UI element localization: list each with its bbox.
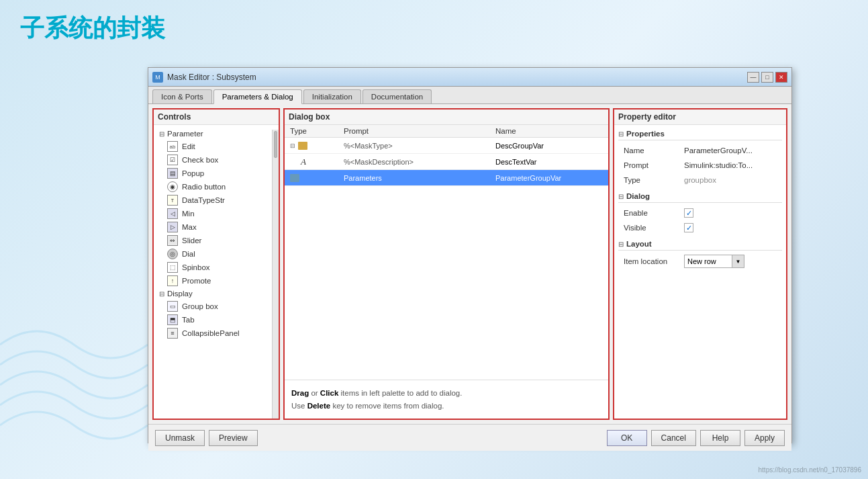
main-content: Controls ⊟ Parameter ab Edit ☑ Check box — [148, 104, 791, 424]
table-row-selected[interactable]: Parameters ParameterGroupVar — [285, 170, 608, 186]
control-promote-label: Promote — [182, 277, 211, 285]
control-slider[interactable]: ⇔ Slider — [154, 234, 279, 247]
control-tab-label: Tab — [182, 316, 195, 324]
enable-checkbox[interactable]: ✓ — [684, 208, 693, 218]
close-button[interactable]: ✕ — [775, 72, 787, 83]
dialog-box-panel: Dialog box Type Prompt Name ⊟ %<MaskType… — [283, 108, 610, 420]
folder-icon — [298, 142, 307, 150]
ok-button[interactable]: OK — [607, 430, 647, 446]
cancel-button[interactable]: Cancel — [651, 430, 696, 446]
visible-checkbox[interactable]: ✓ — [684, 223, 693, 232]
parameter-section-header: ⊟ Parameter — [154, 128, 279, 140]
control-popup[interactable]: ▤ Popup — [154, 167, 279, 180]
prop-type-row: Type groupbox — [618, 173, 782, 187]
unmask-button[interactable]: Unmask — [155, 430, 205, 446]
edit-icon: ab — [167, 141, 178, 152]
prop-prompt-value: Simulink:studio:To... — [684, 161, 782, 169]
control-groupbox[interactable]: ▭ Group box — [154, 300, 279, 313]
mask-editor-dialog: M Mask Editor : Subsystem — □ ✕ Icon & P… — [148, 67, 792, 443]
prop-type-label: Type — [624, 176, 684, 184]
controls-panel: Controls ⊟ Parameter ab Edit ☑ Check box — [152, 108, 280, 420]
prop-visible-row: Visible ✓ — [618, 220, 782, 235]
layout-collapse-icon[interactable]: ⊟ — [618, 241, 624, 248]
prop-type-value: groupbox — [684, 176, 782, 184]
prop-name-row: Name ParameterGroupV... — [618, 143, 782, 158]
popup-icon: ▤ — [167, 168, 178, 179]
col-prompt-header: Prompt — [344, 127, 495, 135]
control-radio-button[interactable]: ◉ Radio button — [154, 180, 279, 193]
display-collapse-icon[interactable]: ⊟ — [159, 290, 164, 298]
control-datatypestr[interactable]: T DataTypeStr — [154, 193, 279, 207]
tab-icon-ports[interactable]: Icon & Ports — [152, 89, 212, 103]
prop-enable-label: Enable — [624, 209, 684, 217]
text-icon: A — [301, 157, 306, 167]
table-row[interactable]: A %<MaskDescription> DescTextVar — [285, 154, 608, 170]
control-spinbox-label: Spinbox — [182, 263, 210, 271]
controls-header: Controls — [154, 110, 279, 125]
prop-prompt-row: Prompt Simulink:studio:To... — [618, 158, 782, 173]
watermark: https://blog.csdn.net/n0_17037896 — [759, 466, 861, 474]
expand-icon: ⊟ — [290, 142, 295, 149]
control-promote[interactable]: ↑ Promote — [154, 274, 279, 288]
control-min[interactable]: ◁ Min — [154, 207, 279, 220]
tab-initialization[interactable]: Initialization — [303, 89, 361, 103]
dialog-icon: M — [152, 72, 163, 83]
dialog-section-header: ⊟ Dialog — [618, 190, 782, 203]
row-name: DescTextVar — [495, 158, 603, 166]
dialog-collapse-icon[interactable]: ⊟ — [618, 193, 624, 200]
tab-documentation[interactable]: Documentation — [363, 89, 432, 103]
bottom-left-buttons: Unmask Preview — [155, 430, 258, 446]
prop-name-label: Name — [624, 146, 684, 155]
parameter-collapse-icon[interactable]: ⊟ — [159, 130, 164, 138]
tab-parameters-dialog[interactable]: Parameters & Dialog — [213, 89, 302, 104]
control-checkbox[interactable]: ☑ Check box — [154, 153, 279, 167]
apply-button[interactable]: Apply — [744, 430, 785, 446]
min-icon: ◁ — [167, 208, 178, 219]
properties-collapse-icon[interactable]: ⊟ — [618, 130, 624, 138]
prop-visible-label: Visible — [624, 224, 684, 232]
row-prompt: %<MaskType> — [344, 142, 495, 150]
dialog-section-label: Dialog — [626, 192, 650, 200]
properties-section-header: ⊟ Properties — [618, 128, 782, 140]
tab-icon: ⬒ — [167, 314, 178, 325]
table-row[interactable]: ⊟ %<MaskType> DescGroupVar — [285, 138, 608, 154]
promote-icon: ↑ — [167, 275, 178, 286]
page-title: 子系统的封装 — [20, 12, 165, 45]
title-bar-controls: — □ ✕ — [747, 72, 787, 83]
slider-icon: ⇔ — [167, 235, 178, 246]
property-editor-panel: Property editor ⊟ Properties Name Parame… — [613, 108, 787, 420]
control-popup-label: Popup — [182, 169, 204, 177]
datatype-icon: T — [167, 195, 178, 206]
item-location-value: New row — [685, 257, 732, 265]
row-name: DescGroupVar — [495, 142, 603, 150]
preview-button[interactable]: Preview — [209, 430, 258, 446]
hint-line1: Drag or Click items in left palette to a… — [291, 389, 462, 397]
control-max[interactable]: ▷ Max — [154, 220, 279, 234]
prop-item-location-label: Item location — [624, 257, 684, 265]
control-spinbox[interactable]: ⬚ Spinbox — [154, 261, 279, 274]
groupbox-icon: ▭ — [167, 301, 178, 312]
control-edit[interactable]: ab Edit — [154, 140, 279, 153]
row-prompt-selected: Parameters — [344, 174, 495, 182]
control-max-label: Max — [182, 223, 197, 231]
control-collapsible[interactable]: ≡ CollapsiblePanel — [154, 326, 279, 340]
control-tab[interactable]: ⬒ Tab — [154, 313, 279, 326]
control-dial[interactable]: ◎ Dial — [154, 247, 279, 261]
tab-bar: Icon & Ports Parameters & Dialog Initial… — [148, 87, 791, 104]
dialog-content: Type Prompt Name ⊟ %<MaskType> DescGroup… — [285, 125, 608, 419]
minimize-button[interactable]: — — [747, 72, 759, 83]
item-location-dropdown[interactable]: New row ▼ — [684, 255, 744, 268]
control-datatype-label: DataTypeStr — [182, 196, 225, 204]
checkbox-icon: ☑ — [167, 155, 178, 165]
properties-section: ⊟ Properties Name ParameterGroupV... Pro… — [618, 128, 782, 187]
maximize-button[interactable]: □ — [761, 72, 773, 83]
folder-blue-icon — [290, 174, 299, 182]
property-editor-header: Property editor — [614, 110, 786, 125]
control-collapsible-label: CollapsiblePanel — [182, 329, 240, 337]
collapsible-icon: ≡ — [167, 328, 178, 339]
controls-list: ⊟ Parameter ab Edit ☑ Check box ▤ Popup … — [154, 125, 279, 419]
dropdown-arrow-icon[interactable]: ▼ — [732, 255, 744, 267]
prop-prompt-label: Prompt — [624, 161, 684, 169]
col-type-header: Type — [290, 127, 344, 135]
help-button[interactable]: Help — [700, 430, 740, 446]
